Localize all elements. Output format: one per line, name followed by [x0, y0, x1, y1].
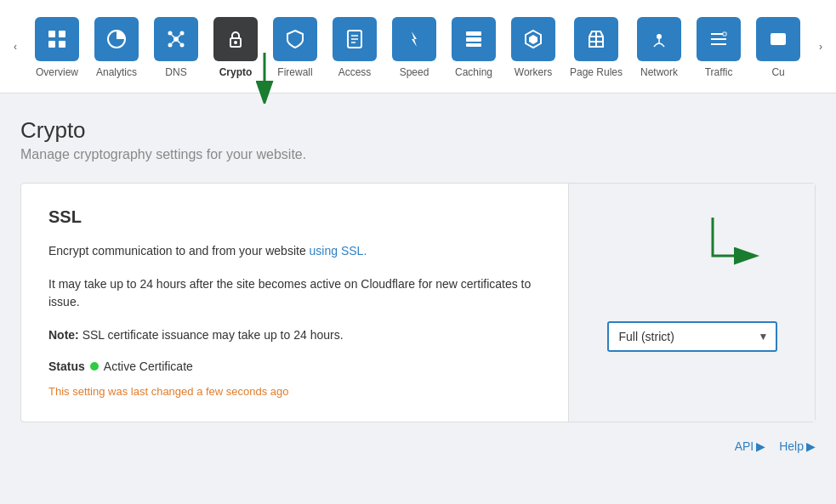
nav-label-dns: DNS [165, 66, 186, 78]
nav-item-firewall[interactable]: Firewall [265, 0, 325, 93]
svg-point-8 [168, 42, 173, 47]
api-link[interactable]: API▶ [735, 439, 766, 453]
analytics-icon [94, 17, 139, 61]
help-label: Help [779, 439, 804, 453]
svg-rect-2 [48, 41, 55, 48]
firewall-icon [273, 17, 317, 61]
nav-left-arrow[interactable]: ‹ [3, 0, 27, 93]
nav-label-page-rules: Page Rules [570, 66, 623, 78]
caching-icon [452, 17, 496, 61]
top-nav: ‹ Overview Analytics DNS [0, 0, 836, 93]
nav-label-caching: Caching [455, 66, 492, 78]
ssl-status-label: Status [48, 360, 85, 373]
ssl-timestamp: This setting was last changed a few seco… [48, 385, 541, 398]
workers-icon [511, 17, 555, 61]
svg-line-13 [178, 41, 180, 43]
svg-line-12 [172, 41, 174, 43]
traffic-icon [697, 17, 741, 61]
svg-point-6 [168, 31, 173, 35]
nav-item-crypto[interactable]: Crypto [206, 0, 265, 93]
svg-line-10 [172, 35, 174, 37]
svg-point-15 [234, 41, 237, 44]
status-active-dot [90, 362, 99, 371]
nav-item-caching[interactable]: Caching [444, 0, 503, 93]
dropdown-arrow-annotation [704, 209, 764, 269]
ssl-description: Encrypt communication to and from your w… [48, 242, 541, 260]
svg-rect-21 [466, 31, 481, 36]
ssl-status-text: Active Certificate [104, 360, 193, 373]
help-link[interactable]: Help▶ [779, 439, 816, 453]
nav-item-access[interactable]: Access [325, 0, 384, 93]
speed-icon [392, 17, 436, 61]
svg-marker-20 [412, 31, 417, 47]
svg-point-7 [180, 31, 185, 35]
svg-rect-0 [48, 31, 55, 37]
ssl-title: SSL [48, 207, 541, 227]
ssl-card: SSL Encrypt communication to and from yo… [20, 183, 816, 422]
ssl-desc-before-link: Encrypt communication to and from your w… [48, 244, 310, 258]
svg-rect-22 [466, 37, 481, 42]
svg-line-11 [178, 35, 180, 37]
svg-point-9 [180, 42, 185, 47]
nav-item-analytics[interactable]: Analytics [87, 0, 146, 93]
api-label: API [735, 439, 754, 453]
nav-label-network: Network [640, 66, 678, 78]
svg-rect-23 [466, 43, 481, 47]
nav-label-workers: Workers [515, 66, 552, 78]
page-subtitle: Manage cryptography settings for your we… [20, 147, 816, 162]
svg-rect-3 [59, 41, 65, 48]
nav-label-firewall: Firewall [277, 66, 312, 78]
overview-icon [35, 17, 79, 61]
ssl-mode-dropdown[interactable]: Off Flexible Full Full (strict) [607, 321, 777, 352]
nav-item-page-rules[interactable]: Page Rules [563, 0, 629, 93]
ssl-link[interactable]: using SSL. [310, 244, 367, 258]
access-icon [333, 17, 377, 61]
nav-item-dns[interactable]: DNS [146, 0, 206, 93]
ssl-status-row: Status Active Certificate [48, 360, 541, 373]
ssl-note-body: SSL certificate issuance may take up to … [79, 328, 344, 342]
nav-label-speed: Speed [400, 66, 429, 78]
page-rules-icon [574, 17, 618, 61]
nav-item-overview[interactable]: Overview [27, 0, 87, 93]
ssl-mode-dropdown-wrapper: Off Flexible Full Full (strict) ▼ [607, 321, 777, 352]
api-arrow-icon: ▶ [756, 439, 765, 453]
svg-rect-32 [771, 33, 786, 45]
help-arrow-icon: ▶ [806, 439, 816, 453]
ssl-issuance-note: Note: SSL certificate issuance may take … [48, 326, 541, 344]
nav-label-cu: Cu [771, 66, 784, 78]
ssl-card-left: SSL Encrypt communication to and from yo… [21, 184, 568, 422]
ssl-note-text: It may take up to 24 hours after the sit… [48, 275, 541, 311]
nav-items: Overview Analytics DNS Crypto [27, 0, 809, 93]
svg-point-27 [657, 34, 662, 39]
nav-label-crypto: Crypto [219, 66, 253, 78]
dns-icon [154, 17, 198, 61]
page-footer: API▶ Help▶ [0, 429, 836, 463]
nav-label-analytics: Analytics [96, 66, 137, 78]
svg-marker-25 [529, 35, 537, 44]
nav-item-network[interactable]: Network [629, 0, 689, 93]
cu-icon [756, 17, 800, 61]
nav-label-traffic: Traffic [705, 66, 733, 78]
page-title: Crypto [20, 117, 816, 144]
nav-item-workers[interactable]: Workers [503, 0, 563, 93]
ssl-note-label: Note: [48, 328, 79, 342]
network-icon [637, 17, 681, 61]
crypto-icon [213, 17, 258, 61]
page-content: Crypto Manage cryptography settings for … [0, 93, 836, 422]
svg-rect-1 [59, 31, 65, 37]
nav-right-arrow[interactable]: › [809, 0, 833, 93]
nav-item-cu[interactable]: Cu [748, 0, 808, 93]
svg-rect-31 [723, 32, 726, 36]
nav-item-traffic[interactable]: Traffic [689, 0, 748, 93]
nav-item-speed[interactable]: Speed [384, 0, 444, 93]
nav-label-overview: Overview [36, 66, 78, 78]
ssl-card-right: Off Flexible Full Full (strict) ▼ [568, 184, 815, 422]
nav-label-access: Access [338, 66, 372, 78]
